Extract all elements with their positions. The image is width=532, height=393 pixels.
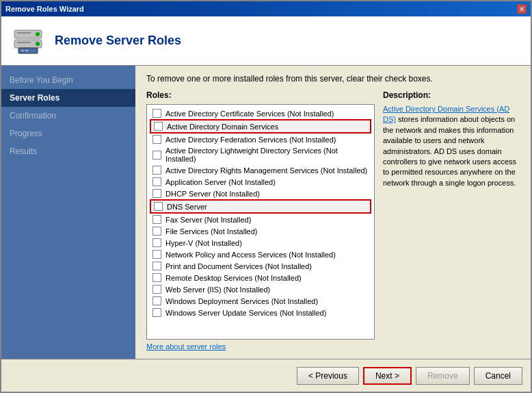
role-checkbox-fax[interactable] — [152, 215, 161, 224]
content-area: Before You Begin Server Roles Confirmati… — [1, 66, 531, 359]
close-button[interactable]: ✕ — [517, 4, 527, 14]
role-checkbox-app-server[interactable] — [152, 177, 161, 186]
role-label-ad-cert: Active Directory Certificate Services (N… — [165, 110, 334, 118]
role-item-ad-ds[interactable]: Active Directory Domain Services — [150, 119, 371, 134]
role-label-hyper-v: Hyper-V (Not Installed) — [165, 239, 242, 247]
role-item-fax[interactable]: Fax Server (Not Installed) — [150, 214, 371, 225]
role-item-dhcp[interactable]: DHCP Server (Not Installed) — [150, 188, 371, 199]
role-label-dhcp: DHCP Server (Not Installed) — [165, 190, 260, 198]
role-label-app-server: Application Server (Not Installed) — [165, 178, 276, 186]
sidebar-item-before-you-begin[interactable]: Before You Begin — [1, 71, 135, 89]
role-item-np-access[interactable]: Network Policy and Access Services (Not … — [150, 249, 371, 260]
role-checkbox-ad-fed[interactable] — [152, 135, 161, 144]
description-panel: Description: Active Directory Domain Ser… — [383, 90, 520, 351]
role-checkbox-ad-lds[interactable] — [152, 151, 161, 160]
role-item-dns[interactable]: DNS Server — [150, 199, 371, 214]
role-item-wsus[interactable]: Windows Server Update Services (Not Inst… — [150, 307, 371, 318]
roles-header: Roles: — [146, 90, 375, 100]
role-item-print-doc[interactable]: Print and Document Services (Not Install… — [150, 260, 371, 272]
title-bar: Remove Roles Wizard ✕ — [1, 1, 531, 16]
role-label-file-services: File Services (Not Installed) — [165, 227, 258, 236]
role-checkbox-web-server[interactable] — [152, 285, 161, 294]
roles-panel: Active Directory Certificate Services (N… — [146, 104, 375, 340]
role-label-ad-ds: Active Directory Domain Services — [167, 123, 278, 131]
role-checkbox-print-doc[interactable] — [152, 262, 161, 270]
role-checkbox-np-access[interactable] — [152, 250, 161, 259]
instruction-text: To remove one or more installed roles fr… — [146, 74, 520, 84]
role-checkbox-remote-desktop[interactable] — [152, 273, 161, 282]
role-label-ad-rms: Active Directory Rights Management Servi… — [165, 166, 367, 175]
next-button[interactable]: Next > — [363, 367, 412, 385]
header-area: Remove Server Roles — [1, 16, 531, 66]
remove-button[interactable]: Remove — [416, 367, 470, 385]
role-checkbox-file-services[interactable] — [152, 227, 161, 236]
more-about-roles-link[interactable]: More about server roles — [146, 342, 226, 351]
role-item-web-server[interactable]: Web Server (IIS) (Not Installed) — [150, 283, 371, 295]
role-label-ad-lds: Active Directory Lightweight Directory S… — [165, 147, 369, 163]
role-checkbox-wsus[interactable] — [152, 308, 161, 317]
role-label-wds: Windows Deployment Services (Not Install… — [165, 297, 318, 305]
role-item-ad-rms[interactable]: Active Directory Rights Management Servi… — [150, 164, 371, 176]
role-item-file-services[interactable]: File Services (Not Installed) — [150, 225, 371, 237]
role-label-np-access: Network Policy and Access Services (Not … — [165, 251, 336, 259]
title-bar-text: Remove Roles Wizard — [5, 5, 84, 13]
role-checkbox-dns[interactable] — [154, 202, 163, 211]
role-label-dns: DNS Server — [167, 203, 207, 211]
footer-area: < Previous Next > Remove Cancel — [1, 359, 531, 392]
role-item-ad-fed[interactable]: Active Directory Federation Services (No… — [150, 134, 371, 145]
role-label-print-doc: Print and Document Services (Not Install… — [165, 262, 312, 270]
sidebar: Before You Begin Server Roles Confirmati… — [1, 66, 135, 359]
svg-rect-8 — [25, 50, 28, 51]
sidebar-item-results[interactable]: Results — [1, 142, 135, 160]
role-item-wds[interactable]: Windows Deployment Services (Not Install… — [150, 295, 371, 307]
role-item-app-server[interactable]: Application Server (Not Installed) — [150, 176, 371, 188]
cancel-button[interactable]: Cancel — [474, 367, 522, 385]
role-checkbox-dhcp[interactable] — [152, 189, 161, 198]
previous-button[interactable]: < Previous — [297, 367, 359, 385]
header-title: Remove Server Roles — [55, 34, 181, 48]
description-body: stores information about objects on the … — [383, 115, 516, 186]
role-item-ad-cert[interactable]: Active Directory Certificate Services (N… — [150, 107, 371, 119]
more-link-area: More about server roles — [146, 342, 375, 351]
wizard-window: Remove Roles Wizard ✕ Remove Server Role… — [0, 0, 532, 393]
description-text: Active Directory Domain Services (AD DS)… — [383, 104, 520, 188]
description-header: Description: — [383, 90, 520, 100]
role-checkbox-wds[interactable] — [152, 296, 161, 305]
role-item-remote-desktop[interactable]: Remote Desktop Services (Not Installed) — [150, 272, 371, 283]
main-panel: To remove one or more installed roles fr… — [135, 66, 531, 359]
role-checkbox-ad-rms[interactable] — [152, 166, 161, 175]
sidebar-item-confirmation[interactable]: Confirmation — [1, 107, 135, 125]
sidebar-item-server-roles[interactable]: Server Roles — [1, 89, 135, 107]
svg-rect-5 — [17, 42, 31, 43]
role-label-fax: Fax Server (Not Installed) — [165, 216, 251, 224]
role-label-remote-desktop: Remote Desktop Services (Not Installed) — [165, 274, 302, 282]
header-icon — [12, 25, 44, 58]
svg-point-2 — [36, 32, 40, 36]
role-item-hyper-v[interactable]: Hyper-V (Not Installed) — [150, 237, 371, 249]
role-item-ad-lds[interactable]: Active Directory Lightweight Directory S… — [150, 145, 371, 164]
role-checkbox-ad-ds[interactable] — [154, 122, 163, 131]
roles-description-area: Roles: Active Directory Certificate Serv… — [146, 90, 520, 351]
role-label-ad-fed: Active Directory Federation Services (No… — [165, 136, 336, 144]
role-label-wsus: Windows Server Update Services (Not Inst… — [165, 309, 326, 317]
svg-point-3 — [36, 42, 40, 46]
role-checkbox-ad-cert[interactable] — [152, 109, 161, 118]
sidebar-item-progress[interactable]: Progress — [1, 125, 135, 142]
role-checkbox-hyper-v[interactable] — [152, 238, 161, 247]
role-label-web-server: Web Server (IIS) (Not Installed) — [165, 286, 270, 294]
svg-rect-4 — [17, 32, 31, 34]
svg-rect-7 — [21, 50, 24, 51]
